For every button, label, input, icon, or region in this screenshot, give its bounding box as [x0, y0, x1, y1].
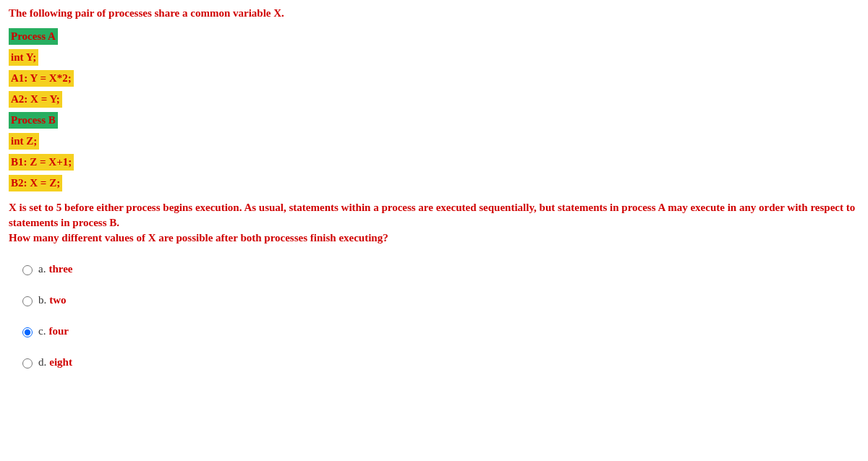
option-c[interactable]: c. four — [19, 324, 859, 339]
question-intro: The following pair of processes share a … — [9, 6, 859, 21]
option-a[interactable]: a. three — [19, 262, 859, 277]
code-line-process-a: Process A — [9, 28, 859, 45]
code-line-b2: B2: X = Z; — [9, 175, 859, 191]
stmt-a1: A1: Y = X*2; — [9, 70, 74, 87]
option-c-text: four — [48, 324, 69, 339]
radio-c[interactable] — [22, 327, 33, 337]
question-sentence-2: How many different values of X are possi… — [9, 232, 388, 244]
option-b-text: two — [49, 293, 66, 308]
stmt-a2: A2: X = Y; — [9, 91, 62, 108]
option-a-letter: a. — [38, 262, 46, 277]
radio-b[interactable] — [22, 296, 33, 306]
option-c-letter: c. — [38, 324, 46, 339]
code-line-int-y: int Y; — [9, 49, 859, 66]
code-line-int-z: int Z; — [9, 133, 859, 150]
process-a-label: Process A — [9, 28, 58, 45]
question-body: X is set to 5 before either process begi… — [9, 200, 859, 246]
stmt-b2: B2: X = Z; — [9, 175, 62, 191]
radio-a[interactable] — [22, 265, 33, 275]
option-b-letter: b. — [38, 293, 46, 308]
stmt-b1: B1: Z = X+1; — [9, 154, 74, 171]
question-sentence-1: X is set to 5 before either process begi… — [9, 202, 855, 228]
radio-d[interactable] — [22, 358, 33, 369]
code-line-a2: A2: X = Y; — [9, 91, 859, 108]
process-b-label: Process B — [9, 112, 58, 129]
answer-options: a. three b. two c. four d. eight — [9, 262, 859, 370]
code-line-b1: B1: Z = X+1; — [9, 154, 859, 171]
int-y-decl: int Y; — [9, 49, 38, 66]
option-d-text: eight — [49, 355, 72, 370]
int-z-decl: int Z; — [9, 133, 39, 150]
code-line-a1: A1: Y = X*2; — [9, 70, 859, 87]
option-a-text: three — [48, 262, 72, 277]
code-line-process-b: Process B — [9, 112, 859, 129]
option-d[interactable]: d. eight — [19, 355, 859, 370]
option-b[interactable]: b. two — [19, 293, 859, 308]
option-d-letter: d. — [38, 355, 46, 370]
